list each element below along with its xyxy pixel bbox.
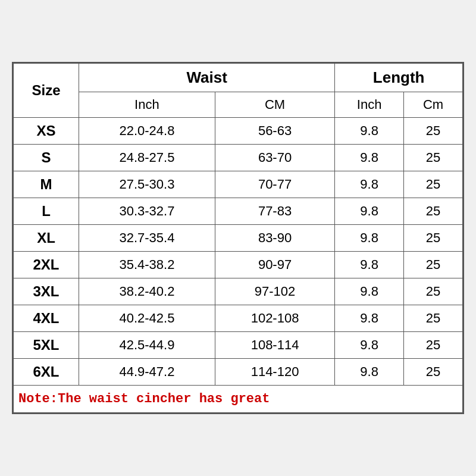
table-row: S 24.8-27.5 63-70 9.8 25: [14, 145, 463, 171]
length-cm-header: Cm: [403, 92, 462, 118]
waist-inch-cell: 38.2-40.2: [79, 278, 215, 305]
length-inch-cell: 9.8: [335, 332, 404, 359]
table-row: 6XL 44.9-47.2 114-120 9.8 25: [14, 359, 463, 386]
length-cm-cell: 25: [403, 252, 462, 278]
waist-inch-cell: 22.0-24.8: [79, 118, 215, 145]
size-column-header: Size: [14, 64, 79, 118]
waist-inch-cell: 42.5-44.9: [79, 332, 215, 359]
waist-cm-cell: 83-90: [215, 225, 334, 252]
waist-cm-cell: 90-97: [215, 252, 334, 278]
length-inch-cell: 9.8: [335, 145, 404, 171]
size-cell: 4XL: [14, 305, 79, 332]
length-inch-cell: 9.8: [335, 198, 404, 225]
waist-inch-cell: 44.9-47.2: [79, 359, 215, 386]
waist-cm-cell: 97-102: [215, 278, 334, 305]
length-cm-cell: 25: [403, 278, 462, 305]
size-cell: XL: [14, 225, 79, 252]
size-cell: M: [14, 171, 79, 198]
length-inch-cell: 9.8: [335, 305, 404, 332]
length-cm-cell: 25: [403, 359, 462, 386]
length-inch-cell: 9.8: [335, 359, 404, 386]
length-inch-cell: 9.8: [335, 278, 404, 305]
length-cm-cell: 25: [403, 198, 462, 225]
length-group-header: Length: [335, 64, 463, 92]
table-row: 3XL 38.2-40.2 97-102 9.8 25: [14, 278, 463, 305]
length-cm-cell: 25: [403, 145, 462, 171]
length-cm-cell: 25: [403, 305, 462, 332]
waist-inch-cell: 27.5-30.3: [79, 171, 215, 198]
length-cm-cell: 25: [403, 332, 462, 359]
size-chart-table: Size Waist Length Inch CM Inch Cm XS 22.…: [13, 63, 463, 413]
table-row: XL 32.7-35.4 83-90 9.8 25: [14, 225, 463, 252]
waist-cm-cell: 108-114: [215, 332, 334, 359]
waist-inch-cell: 32.7-35.4: [79, 225, 215, 252]
waist-cm-cell: 77-83: [215, 198, 334, 225]
length-cm-cell: 25: [403, 171, 462, 198]
waist-inch-cell: 40.2-42.5: [79, 305, 215, 332]
table-row: L 30.3-32.7 77-83 9.8 25: [14, 198, 463, 225]
length-inch-cell: 9.8: [335, 252, 404, 278]
waist-cm-cell: 102-108: [215, 305, 334, 332]
waist-cm-cell: 70-77: [215, 171, 334, 198]
table-row: M 27.5-30.3 70-77 9.8 25: [14, 171, 463, 198]
length-cm-cell: 25: [403, 225, 462, 252]
waist-inch-cell: 30.3-32.7: [79, 198, 215, 225]
waist-inch-header: Inch: [79, 92, 215, 118]
size-cell: XS: [14, 118, 79, 145]
table-row: 5XL 42.5-44.9 108-114 9.8 25: [14, 332, 463, 359]
table-row: 4XL 40.2-42.5 102-108 9.8 25: [14, 305, 463, 332]
size-chart-container: Size Waist Length Inch CM Inch Cm XS 22.…: [12, 62, 464, 414]
waist-cm-header: CM: [215, 92, 334, 118]
size-cell: 3XL: [14, 278, 79, 305]
length-cm-cell: 25: [403, 118, 462, 145]
size-cell: 5XL: [14, 332, 79, 359]
table-row: 2XL 35.4-38.2 90-97 9.8 25: [14, 252, 463, 278]
waist-cm-cell: 114-120: [215, 359, 334, 386]
size-cell: L: [14, 198, 79, 225]
size-cell: 6XL: [14, 359, 79, 386]
size-cell: S: [14, 145, 79, 171]
waist-inch-cell: 35.4-38.2: [79, 252, 215, 278]
length-inch-cell: 9.8: [335, 225, 404, 252]
waist-cm-cell: 56-63: [215, 118, 334, 145]
length-inch-header: Inch: [335, 92, 404, 118]
size-cell: 2XL: [14, 252, 79, 278]
length-inch-cell: 9.8: [335, 171, 404, 198]
waist-cm-cell: 63-70: [215, 145, 334, 171]
note-text: Note:The waist cincher has great: [14, 386, 463, 413]
waist-inch-cell: 24.8-27.5: [79, 145, 215, 171]
length-inch-cell: 9.8: [335, 118, 404, 145]
table-row: XS 22.0-24.8 56-63 9.8 25: [14, 118, 463, 145]
waist-group-header: Waist: [79, 64, 335, 92]
